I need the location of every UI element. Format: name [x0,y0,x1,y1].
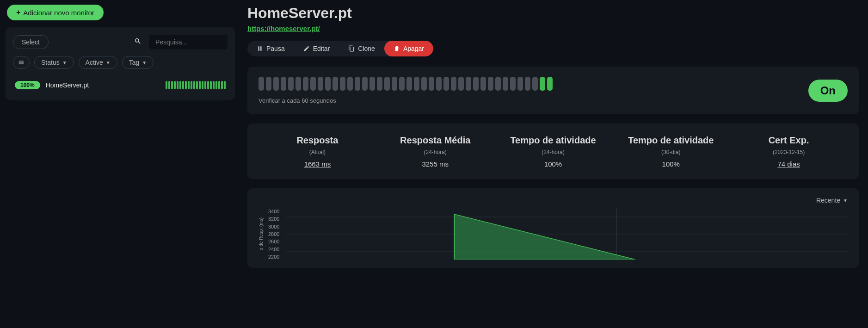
stat-title: Tempo de atividade [494,135,612,146]
tag-filter[interactable]: Tag▼ [122,56,154,69]
response-chart [286,209,848,260]
stat-block: Cert Exp.(2023-12-15)74 dias [730,135,848,168]
select-button[interactable]: Select [13,35,49,49]
chevron-down-icon: ▼ [62,60,67,65]
monitor-list-panel: Select Status▼ Active▼ Tag▼ [6,27,235,100]
stat-title: Tempo de atividade [612,135,730,146]
search-input[interactable] [149,35,228,50]
check-interval-label: Verificar a cada 60 segundos [259,97,799,104]
pause-icon [257,45,263,52]
stat-value: 100% [612,160,730,168]
clone-icon [348,45,355,52]
chevron-down-icon: ▼ [843,198,848,203]
stat-title: Resposta Média [376,135,494,146]
status-card: Verificar a cada 60 segundos On [247,67,859,114]
add-monitor-button[interactable]: + Adicionar novo monitor [7,5,104,20]
active-filter[interactable]: Active▼ [79,56,117,69]
filter-menu-button[interactable] [13,56,30,69]
stat-value: 74 dias [730,160,848,168]
chart-range-button[interactable]: Recente ▼ [816,197,848,204]
edit-icon [303,45,310,52]
delete-button[interactable]: Apagar [384,41,433,56]
stats-card: Resposta(Atual)1663 msResposta Média(24-… [247,124,859,179]
edit-button[interactable]: Editar [294,41,339,56]
chart-y-ticks: 3400320030002800260024002200 [268,209,281,260]
search-icon [134,37,142,47]
chevron-down-icon: ▼ [142,60,147,65]
stat-subtitle: (24-hora) [376,149,494,155]
stat-subtitle: (2023-12-15) [730,149,848,155]
action-bar: Pausa Editar Clone Apagar [247,41,433,56]
stat-value: 3255 ms [376,160,494,168]
stat-subtitle: (Atual) [259,149,376,155]
stat-value: 1663 ms [259,160,376,168]
clone-button[interactable]: Clone [339,41,384,56]
monitor-name: HomeServer.pt [46,81,160,89]
mini-heartbeat-bars [166,81,226,89]
stat-block: Resposta Média(24-hora)3255 ms [376,135,494,168]
stat-title: Resposta [259,135,376,146]
pause-button[interactable]: Pausa [247,41,294,56]
svg-marker-4 [455,214,635,260]
monitor-url-link[interactable]: https://homeserver.pt/ [247,25,320,32]
status-filter[interactable]: Status▼ [34,56,74,69]
add-monitor-label: Adicionar novo monitor [23,9,94,17]
trash-icon [394,45,400,52]
page-title: HomeServer.pt [247,5,859,22]
stat-subtitle: (30-dia) [612,149,730,155]
heartbeat-bars [259,77,799,91]
stat-block: Tempo de atividade(30-dia)100% [612,135,730,168]
plus-icon: + [16,8,20,17]
stat-block: Tempo de atividade(24-hora)100% [494,135,612,168]
monitor-list-item[interactable]: 100% HomeServer.pt [13,77,228,93]
chart-card: Recente ▼ o de Resp. (ms) 34003200300028… [247,188,859,268]
chart-y-axis-title: o de Resp. (ms) [259,217,264,250]
stat-value: 100% [494,160,612,168]
status-badge: On [808,80,848,102]
chevron-down-icon: ▼ [106,60,111,65]
stat-subtitle: (24-hora) [494,149,612,155]
stat-title: Cert Exp. [730,135,848,146]
uptime-badge: 100% [15,81,40,89]
stat-block: Resposta(Atual)1663 ms [259,135,376,168]
